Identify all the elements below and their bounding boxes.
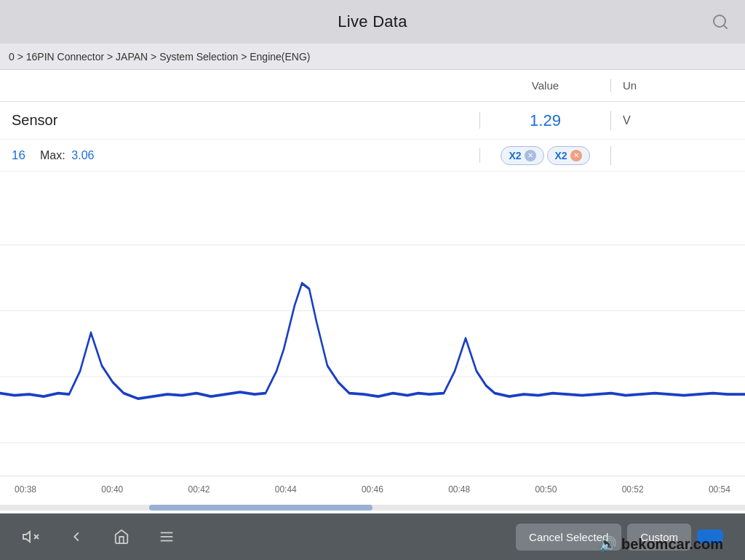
graph-min-indicator: 16 — [12, 148, 25, 163]
max-value: 3.06 — [71, 149, 94, 161]
cancel-selected-button[interactable]: Cancel Selected — [516, 524, 621, 551]
time-label-4: 00:46 — [362, 484, 383, 495]
x-axis-button[interactable]: X2 ✕ — [501, 146, 543, 165]
volume-off-icon — [22, 528, 39, 545]
volume-icon[interactable] — [22, 528, 39, 545]
time-label-6: 00:50 — [535, 484, 557, 495]
menu-button[interactable] — [159, 529, 175, 545]
time-axis: 00:38 00:40 00:42 00:44 00:46 00:48 00:5… — [0, 476, 745, 502]
title-bar: Live Data — [0, 0, 745, 44]
sensor-unit: V — [611, 114, 745, 127]
time-label-0: 00:38 — [15, 484, 36, 495]
time-label-2: 00:42 — [188, 484, 210, 495]
time-label-8: 00:54 — [709, 484, 730, 495]
x-axis-close-icon[interactable]: ✕ — [525, 150, 536, 161]
time-label-3: 00:44 — [275, 484, 297, 495]
graph-controls-row: 16 Max: 3.06 X2 ✕ X2 ✕ — [0, 140, 745, 172]
max-text: Max: — [40, 149, 65, 161]
main-content: Value Un Sensor 1.29 V 16 Max: 3.06 X2 ✕… — [0, 70, 745, 513]
time-label-7: 00:52 — [622, 484, 644, 495]
svg-line-1 — [724, 25, 727, 28]
sensor-name: Sensor — [0, 112, 480, 129]
col-header-value: Value — [480, 79, 611, 92]
y-axis-label: X2 — [555, 150, 567, 161]
time-label-1: 00:40 — [101, 484, 123, 495]
back-icon — [68, 529, 84, 545]
home-icon — [113, 529, 130, 545]
scrollbar[interactable] — [0, 505, 745, 511]
back-button[interactable] — [68, 529, 84, 545]
bottom-actions: Cancel Selected Custom — [516, 524, 723, 551]
time-label-5: 00:48 — [448, 484, 470, 495]
x-axis-label: X2 — [509, 150, 521, 161]
chart-svg — [0, 179, 745, 476]
col-header-unit: Un — [611, 79, 745, 92]
y-axis-close-icon[interactable]: ✕ — [570, 150, 582, 161]
menu-icon — [159, 529, 175, 545]
breadcrumb: 0 > 16PIN Connector > JAPAN > System Sel… — [0, 44, 745, 70]
custom-button[interactable]: Custom — [627, 524, 691, 551]
time-labels: 00:38 00:40 00:42 00:44 00:46 00:48 00:5… — [0, 484, 745, 495]
bottom-nav — [22, 528, 175, 545]
breadcrumb-text: 0 > 16PIN Connector > JAPAN > System Sel… — [9, 51, 311, 63]
bottom-bar: Cancel Selected Custom — [0, 513, 745, 560]
graph-max-label: Max: 3.06 — [40, 148, 95, 163]
axis-controls: X2 ✕ X2 ✕ — [480, 146, 611, 165]
y-axis-button[interactable]: X2 ✕ — [547, 146, 590, 165]
confirm-button[interactable] — [697, 529, 723, 544]
sensor-value: 1.29 — [480, 111, 611, 130]
table-header: Value Un — [0, 70, 745, 102]
chart-area — [0, 172, 745, 476]
search-icon — [712, 13, 729, 31]
table-row[interactable]: Sensor 1.29 V — [0, 102, 745, 140]
svg-marker-6 — [23, 532, 30, 542]
scrollbar-thumb[interactable] — [149, 505, 372, 511]
home-button[interactable] — [113, 529, 130, 545]
graph-meta: 16 Max: 3.06 — [0, 148, 480, 163]
page-title: Live Data — [338, 12, 407, 31]
search-button[interactable] — [710, 12, 730, 32]
